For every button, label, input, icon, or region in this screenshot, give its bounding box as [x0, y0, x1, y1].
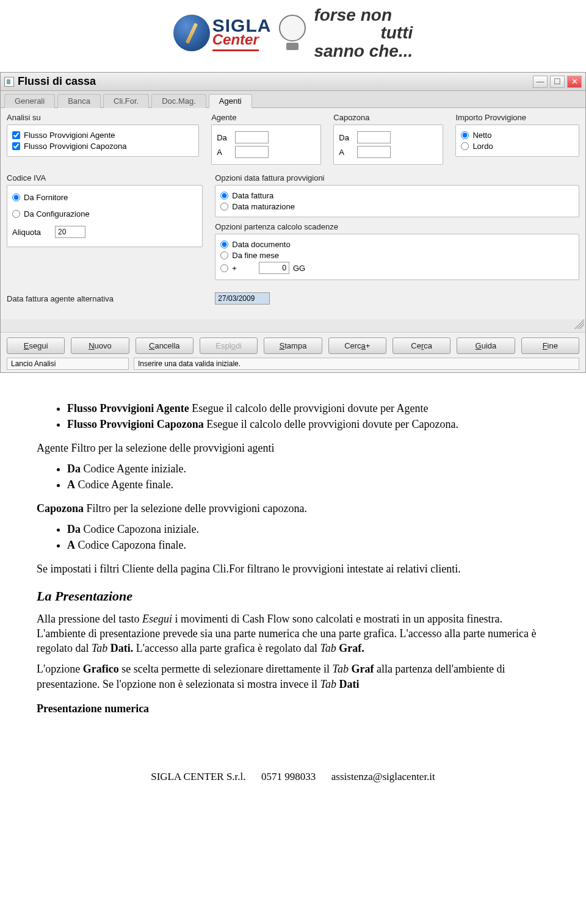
tab-agenti[interactable]: Agenti — [209, 94, 252, 108]
input-gg[interactable] — [259, 262, 289, 274]
lbl-capozona-a: A — [339, 148, 351, 157]
radio-data-maturazione[interactable] — [220, 203, 228, 211]
lbl-flusso-capozona: Flusso Provvigioni Capozona — [24, 142, 126, 151]
label-data-fatt-alt: Data fattura agente alternativa — [7, 294, 203, 303]
button-bar: Esegui Nuovo Cancella Esplodi Stampa Cer… — [1, 332, 585, 372]
tab-docmag[interactable]: Doc.Mag. — [151, 94, 206, 108]
sigla-logo-icon — [173, 15, 210, 51]
radio-data-documento[interactable] — [220, 240, 228, 248]
label-opz-fattura: Opzioni data fattura provvigioni — [215, 173, 579, 182]
label-agente: Agente — [211, 113, 321, 122]
radio-plus-gg[interactable] — [220, 264, 228, 272]
lbl-da-fornitore: Da Fornitore — [24, 193, 68, 202]
lbl-da-config: Da Configurazione — [24, 209, 90, 218]
tab-generali[interactable]: Generali — [4, 94, 55, 108]
para-pres2: L'opzione Grafico se scelta permette di … — [37, 662, 549, 691]
lbl-fine-mese: Da fine mese — [232, 251, 279, 260]
chk-flusso-capozona[interactable] — [12, 142, 20, 150]
list-item: Da Codice Agente iniziale. — [67, 461, 549, 476]
heading-presentazione: La Presentazione — [37, 587, 549, 605]
lbl-capozona-da: Da — [339, 133, 351, 142]
label-codice-iva: Codice IVA — [7, 173, 203, 182]
page-header: SIGLA Center forse non tutti sanno che..… — [0, 0, 586, 72]
lbl-agente-a: A — [217, 148, 229, 157]
radio-da-fornitore[interactable] — [12, 193, 20, 201]
titlebar: Flussi di cassa — ☐ ✕ — [1, 73, 585, 91]
nuovo-button[interactable]: Nuovo — [71, 337, 129, 354]
label-analisi-su: Analisi su — [7, 113, 199, 122]
radio-netto[interactable] — [461, 131, 469, 139]
para-agente: Agente Filtro per la selezione delle pro… — [37, 441, 549, 455]
lbl-data-maturazione: Data maturazione — [232, 202, 295, 211]
group-capozona: Da A — [333, 125, 443, 165]
lbl-agente-da: Da — [217, 133, 229, 142]
input-data-fatt-alt[interactable] — [215, 292, 270, 305]
radio-lordo[interactable] — [461, 142, 469, 150]
label-importo: Importo Provvigione — [455, 113, 579, 122]
document-body: Flusso Provvigioni Agente Esegue il calc… — [0, 385, 586, 746]
radio-data-fattura[interactable] — [220, 192, 228, 200]
app-window: Flussi di cassa — ☐ ✕ Generali Banca Cli… — [0, 72, 586, 373]
form-body: Analisi su Flusso Provvigioni Agente Flu… — [1, 108, 585, 319]
label-opz-scadenze: Opzioni partenza calcolo scadenze — [215, 222, 579, 231]
lbl-lordo: Lordo — [472, 142, 493, 151]
list-item: Flusso Provvigioni Agente Esegue il calc… — [67, 401, 549, 416]
cercaplus-button[interactable]: Cerca+ — [328, 337, 386, 354]
lbl-data-fattura: Data fattura — [232, 191, 273, 200]
maximize-button[interactable]: ☐ — [550, 76, 565, 88]
lbl-netto: Netto — [472, 131, 491, 140]
page-footer: SIGLA CENTER S.r.l. 0571 998033 assisten… — [0, 746, 586, 789]
para-pres1: Alla pressione del tasto Esegui i movime… — [37, 612, 549, 656]
minimize-button[interactable]: — — [533, 76, 548, 88]
group-opz-scadenze: Data documento Da fine mese + GG — [215, 234, 579, 280]
esplodi-button[interactable]: Esplodi — [200, 337, 258, 354]
radio-fine-mese[interactable] — [220, 251, 228, 259]
list-item: Flusso Provvigioni Capozona Esegue il ca… — [67, 417, 549, 431]
input-capozona-a[interactable] — [357, 146, 391, 158]
para-filtri: Se impostati i filtri Cliente della pagi… — [37, 561, 549, 576]
label-capozona: Capozona — [333, 113, 443, 122]
esegui-button[interactable]: Esegui — [7, 337, 65, 354]
window-title: Flussi di cassa — [18, 75, 533, 88]
para-capozona: Capozona Filtro per la selezione delle p… — [37, 501, 549, 516]
lbl-aliquota: Aliquota — [12, 228, 49, 237]
tab-bar: Generali Banca Cli.For. Doc.Mag. Agenti — [1, 91, 585, 108]
group-agente: Da A — [211, 125, 321, 165]
close-button[interactable]: ✕ — [567, 76, 582, 88]
tab-clifor[interactable]: Cli.For. — [103, 94, 149, 108]
fine-button[interactable]: Fine — [521, 337, 579, 354]
tab-banca[interactable]: Banca — [57, 94, 101, 108]
lbl-flusso-agente: Flusso Provvigioni Agente — [24, 131, 115, 140]
guida-button[interactable]: Guida — [457, 337, 515, 354]
status-2: Inserire una data valida iniziale. — [134, 358, 579, 370]
lightbulb-icon — [277, 15, 308, 51]
resize-handle[interactable] — [1, 319, 585, 332]
list-item: A Codice Capozona finale. — [67, 538, 549, 552]
radio-da-config[interactable] — [12, 210, 20, 218]
lbl-data-documento: Data documento — [232, 240, 290, 249]
stampa-button[interactable]: Stampa — [264, 337, 322, 354]
status-1: Lancio Analisi — [7, 358, 129, 370]
input-agente-da[interactable] — [235, 131, 269, 143]
cancella-button[interactable]: Cancella — [136, 337, 194, 354]
group-opz-fattura: Data fattura Data maturazione — [215, 185, 579, 217]
heading-pres-num: Presentazione numerica — [37, 701, 549, 716]
brand-center: Center — [212, 31, 259, 51]
app-icon — [4, 77, 14, 87]
group-codice-iva: Da Fornitore Da Configurazione Aliquota — [7, 185, 203, 247]
slogan-text: forse non tutti sanno che... — [314, 6, 413, 60]
input-capozona-da[interactable] — [357, 131, 391, 143]
input-agente-a[interactable] — [235, 146, 269, 158]
chk-flusso-agente[interactable] — [12, 131, 20, 139]
input-aliquota[interactable] — [55, 226, 85, 238]
list-item: Da Codice Capozona iniziale. — [67, 522, 549, 536]
group-importo: Netto Lordo — [455, 125, 579, 157]
group-analisi: Flusso Provvigioni Agente Flusso Provvig… — [7, 125, 199, 157]
lbl-gg: GG — [293, 264, 305, 273]
lbl-plus: + — [232, 264, 237, 273]
list-item: A Codice Agente finale. — [67, 477, 549, 492]
cerca-button[interactable]: Cerca — [392, 337, 450, 354]
